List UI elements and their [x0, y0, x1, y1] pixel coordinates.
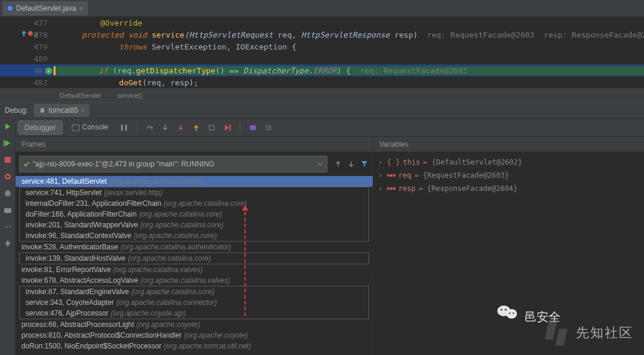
- step-out-icon[interactable]: [190, 121, 203, 134]
- pin-icon[interactable]: [4, 239, 12, 248]
- svg-rect-21: [390, 187, 392, 190]
- chevron-down-icon: [317, 161, 323, 167]
- variables-header: Variables: [373, 137, 644, 152]
- step-over-icon[interactable]: [143, 121, 156, 134]
- chevron-right-icon: ›: [378, 184, 384, 193]
- frame-item[interactable]: invoke:87, StandardEngineValve (org.apac…: [20, 286, 369, 297]
- tab-debugger[interactable]: Debugger: [18, 121, 63, 135]
- editor-tab-filename: DefaultServlet.java: [16, 4, 76, 13]
- svg-rect-13: [125, 125, 127, 131]
- editor-tab-defaultservlet[interactable]: DefaultServlet.java ×: [2, 1, 88, 16]
- chevron-right-icon: ›: [378, 158, 384, 166]
- prev-frame-icon[interactable]: [335, 160, 342, 168]
- frame-item[interactable]: invoke:678, AbstractAccessLogValve (org.…: [16, 275, 373, 286]
- frame-item[interactable]: invoke:139, StandardHostValve (org.apach…: [20, 253, 369, 264]
- watermark-logo-icon: [544, 320, 574, 345]
- frame-item[interactable]: service:343, CoyoteAdapter (org.apache.c…: [20, 297, 369, 308]
- rerun-icon[interactable]: [4, 122, 12, 131]
- camera-icon[interactable]: [4, 206, 12, 214]
- force-step-into-icon[interactable]: [174, 121, 187, 134]
- breakpoint-verified-icon[interactable]: [45, 67, 52, 75]
- line-number: 482: [34, 78, 48, 87]
- frame-item[interactable]: service:481, DefaultServlet (org.apache.…: [16, 176, 373, 187]
- check-icon: [23, 161, 29, 167]
- svg-rect-7: [4, 208, 11, 213]
- console-icon: [72, 124, 80, 132]
- xianzhi-watermark: 先知社区: [546, 320, 633, 345]
- svg-point-28: [513, 313, 514, 314]
- frame-item[interactable]: service:741, HttpServlet (javax.servlet.…: [20, 187, 369, 198]
- drop-frame-icon[interactable]: [205, 121, 218, 134]
- frame-item[interactable]: doRun:1500, NioEndpoint$SocketProcessor …: [16, 341, 373, 351]
- view-breakpoints-icon[interactable]: [4, 172, 12, 181]
- threads-icon[interactable]: [117, 121, 131, 134]
- filter-icon[interactable]: [361, 160, 368, 168]
- resume-icon[interactable]: [4, 139, 12, 147]
- thread-selector[interactable]: "ajp-nio-8009-exec-1"@2,473 in group "ma…: [19, 156, 327, 172]
- line-number: 479: [34, 42, 48, 51]
- frames-list[interactable]: service:481, DefaultServlet (org.apache.…: [16, 176, 373, 355]
- annotation-arrow: [244, 206, 246, 316]
- svg-rect-1: [41, 108, 44, 113]
- frame-item[interactable]: invoke:96, StandardContextValve (org.apa…: [20, 230, 369, 241]
- mute-breakpoints-icon[interactable]: [4, 189, 12, 197]
- tab-console[interactable]: Console: [65, 120, 115, 135]
- frame-item[interactable]: process:810, AbstractProtocol$Connection…: [16, 330, 373, 341]
- svg-point-24: [506, 309, 517, 319]
- annotation: @Override: [100, 18, 142, 27]
- frame-item[interactable]: invoke:201, StandardWrapperValve (org.ap…: [20, 220, 369, 230]
- wechat-icon: [497, 303, 518, 321]
- param-icon: [387, 185, 395, 192]
- tomcat-icon: [39, 107, 46, 114]
- code-editor[interactable]: 477 @Override @ 478 protected void servi…: [0, 17, 644, 88]
- svg-rect-3: [5, 157, 11, 163]
- variable-row[interactable]: ›req = {RequestFacade@2603}: [376, 169, 642, 182]
- variables-list[interactable]: ›{ }this = {DefaultServlet@2602}›req = {…: [373, 152, 644, 199]
- svg-rect-15: [230, 125, 231, 131]
- debugger-tab-toolbar: Debugger Console: [16, 119, 644, 137]
- stop-icon[interactable]: [4, 156, 12, 164]
- breadcrumb-method[interactable]: service(): [117, 92, 143, 99]
- svg-point-10: [10, 226, 11, 227]
- frames-panel: Frames "ajp-nio-8009-exec-1"@2,473 in gr…: [16, 137, 373, 355]
- frame-item[interactable]: internalDoFilter:231, ApplicationFilterC…: [20, 198, 369, 209]
- breadcrumb: DefaultServlet › service(): [0, 88, 644, 102]
- implements-down-icon: [27, 30, 33, 36]
- step-into-icon[interactable]: [159, 121, 172, 134]
- frame-item[interactable]: doFilter:166, ApplicationFilterChain (or…: [20, 209, 369, 220]
- chevron-right-icon: ›: [378, 171, 384, 180]
- frame-item[interactable]: invoke:81, ErrorReportValve (org.apache.…: [16, 264, 373, 275]
- trace-icon[interactable]: [262, 121, 275, 134]
- close-tab-icon[interactable]: ×: [79, 5, 83, 12]
- evaluate-expression-icon[interactable]: [246, 121, 259, 134]
- debug-vertical-toolbar: [0, 119, 16, 355]
- svg-rect-19: [393, 174, 395, 177]
- debug-session-tab[interactable]: tomcat85 ×: [34, 104, 89, 117]
- breadcrumb-class[interactable]: DefaultServlet: [60, 92, 101, 99]
- run-to-cursor-icon[interactable]: [221, 121, 234, 134]
- variable-row[interactable]: ›{ }this = {DefaultServlet@2602}: [376, 156, 642, 169]
- next-frame-icon[interactable]: [348, 160, 355, 168]
- close-session-icon[interactable]: ×: [81, 107, 85, 114]
- debug-toolwindow-header: Debug: tomcat85 ×: [0, 102, 644, 119]
- debug-label: Debug:: [5, 106, 28, 115]
- thread-name: "ajp-nio-8009-exec-1"@2,473 in group "ma…: [33, 160, 314, 168]
- svg-point-6: [5, 190, 11, 196]
- settings-icon[interactable]: [4, 223, 12, 231]
- svg-rect-17: [387, 174, 389, 177]
- svg-rect-14: [209, 125, 214, 130]
- svg-point-8: [5, 226, 6, 227]
- frame-item[interactable]: service:476, AjpProcessor (org.apache.co…: [20, 308, 369, 319]
- svg-rect-2: [4, 140, 5, 146]
- line-number: 480: [34, 54, 48, 63]
- svg-point-25: [500, 309, 502, 311]
- variable-row[interactable]: ›resp = {ResponseFacade@2604}: [376, 182, 642, 195]
- svg-point-9: [7, 226, 8, 227]
- editor-tab-bar: DefaultServlet.java ×: [0, 0, 644, 17]
- frame-item[interactable]: process:66, AbstractProcessorLight (org.…: [16, 319, 373, 330]
- gutter-icons: @: [21, 30, 38, 38]
- svg-point-27: [509, 313, 510, 314]
- svg-rect-22: [393, 187, 395, 190]
- run-config-name: tomcat85: [49, 106, 78, 115]
- frame-item[interactable]: invoke:528, AuthenticatorBase (org.apach…: [16, 242, 373, 252]
